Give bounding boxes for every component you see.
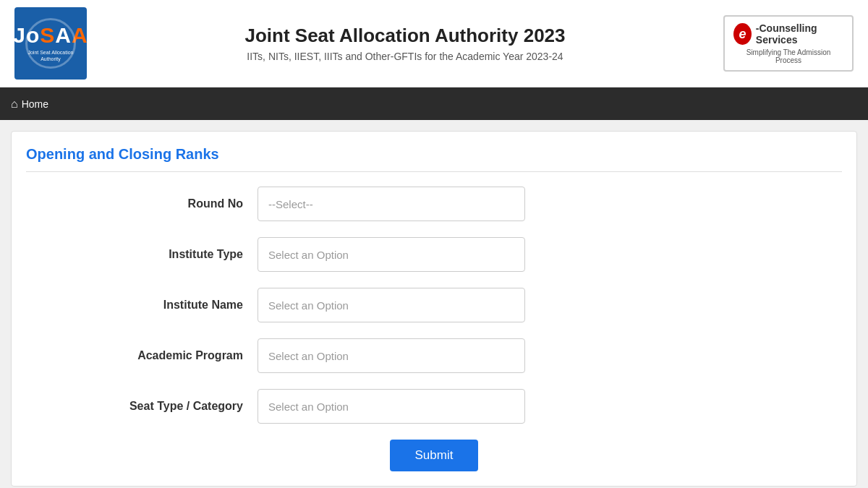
seat-type-select[interactable]: Select an Option [258, 389, 525, 424]
seat-type-label: Seat Type / Category [26, 400, 258, 413]
header: JoSAA Joint Seat Allocation Authority Jo… [0, 0, 868, 87]
institute-type-select[interactable]: Select an Option [258, 237, 525, 272]
round-no-row: Round No --Select-- [26, 187, 842, 221]
home-label: Home [22, 98, 48, 110]
home-icon: ⌂ [11, 98, 18, 111]
academic-program-select[interactable]: Select an Option [258, 338, 525, 373]
home-link[interactable]: ⌂ Home [11, 98, 48, 111]
josaa-logo: JoSAA Joint Seat Allocation Authority [14, 7, 87, 80]
round-no-select[interactable]: --Select-- [258, 187, 525, 221]
form-card: Opening and Closing Ranks Round No --Sel… [11, 131, 857, 487]
academic-program-label: Academic Program [26, 349, 258, 362]
ecounselling-e-icon: e [733, 23, 752, 45]
academic-program-row: Academic Program Select an Option [26, 338, 842, 373]
ecounselling-logo: e -Counselling Services Simplifying The … [723, 15, 854, 72]
header-title: Joint Seat Allocation Authority 2023 [101, 25, 709, 47]
institute-name-label: Institute Name [26, 299, 258, 312]
header-subtitle: IITs, NITs, IIEST, IIITs and Other-GFTIs… [101, 51, 709, 62]
submit-button[interactable]: Submit [390, 440, 479, 471]
round-no-label: Round No [26, 197, 258, 210]
institute-name-row: Institute Name Select an Option [26, 288, 842, 322]
ecounselling-brand: -Counselling Services [756, 22, 843, 46]
ecounselling-top: e -Counselling Services [733, 22, 843, 46]
josaa-logo-inner: JoSAA Joint Seat Allocation Authority [18, 11, 83, 76]
main-content: Opening and Closing Ranks Round No --Sel… [0, 120, 868, 488]
josaa-circle-decoration [25, 18, 76, 69]
submit-row: Submit [26, 440, 842, 471]
seat-type-row: Seat Type / Category Select an Option [26, 389, 842, 424]
institute-type-row: Institute Type Select an Option [26, 237, 842, 272]
navbar: ⌂ Home [0, 87, 868, 120]
institute-type-label: Institute Type [26, 248, 258, 261]
header-right: e -Counselling Services Simplifying The … [723, 15, 854, 72]
header-center: Joint Seat Allocation Authority 2023 IIT… [87, 25, 723, 62]
josaa-logo-container: JoSAA Joint Seat Allocation Authority [14, 7, 87, 80]
ecounselling-tagline: Simplifying The Admission Process [733, 48, 843, 64]
section-title: Opening and Closing Ranks [26, 146, 842, 172]
institute-name-select[interactable]: Select an Option [258, 288, 525, 322]
